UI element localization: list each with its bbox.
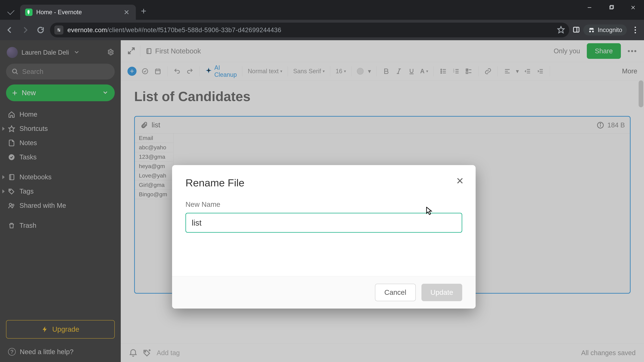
- browser-menu-icon[interactable]: [630, 26, 640, 33]
- address-bar[interactable]: evernote.com/client/web#/note/f5170be5-5…: [50, 23, 569, 37]
- svg-marker-9: [558, 26, 564, 33]
- nav-reload-button[interactable]: [34, 24, 46, 36]
- nav-forward-button[interactable]: [19, 24, 31, 36]
- svg-point-14: [634, 32, 636, 33]
- svg-point-13: [634, 29, 636, 31]
- side-panel-icon[interactable]: [572, 26, 580, 34]
- svg-point-12: [634, 27, 636, 28]
- url-text: evernote.com/client/web#/note/f5170be5-5…: [68, 26, 281, 34]
- tab-search-dropdown[interactable]: [2, 5, 20, 20]
- app-viewport: Lauren Dale Deli Search + New Home Short…: [0, 40, 644, 362]
- update-button[interactable]: Update: [422, 284, 462, 301]
- browser-titlebar: Home - Evernote ✕ +: [0, 0, 644, 20]
- modal-close-icon[interactable]: ✕: [456, 175, 464, 186]
- field-label: New Name: [186, 200, 462, 209]
- incognito-badge[interactable]: Incognito: [583, 24, 627, 35]
- nav-back-button[interactable]: [4, 24, 16, 36]
- mouse-cursor: [426, 207, 433, 216]
- evernote-favicon: [25, 8, 32, 16]
- browser-toolbar: evernote.com/client/web#/note/f5170be5-5…: [0, 20, 644, 40]
- rename-modal: Rename File ✕ New Name Cancel Update: [172, 165, 476, 309]
- svg-rect-10: [574, 27, 579, 32]
- window-close[interactable]: [622, 0, 644, 15]
- window-minimize[interactable]: [578, 0, 600, 15]
- bookmark-icon[interactable]: [557, 26, 565, 34]
- modal-title: Rename File: [186, 177, 462, 189]
- tab-close-icon[interactable]: ✕: [122, 7, 131, 18]
- cancel-button[interactable]: Cancel: [375, 284, 416, 301]
- tab-title: Home - Evernote: [36, 9, 118, 16]
- browser-tab[interactable]: Home - Evernote ✕: [20, 5, 136, 20]
- incognito-icon: [588, 26, 595, 33]
- site-info-icon[interactable]: [54, 25, 64, 34]
- window-maximize[interactable]: [600, 0, 622, 15]
- new-tab-button[interactable]: +: [141, 5, 146, 16]
- rename-input[interactable]: [186, 213, 462, 233]
